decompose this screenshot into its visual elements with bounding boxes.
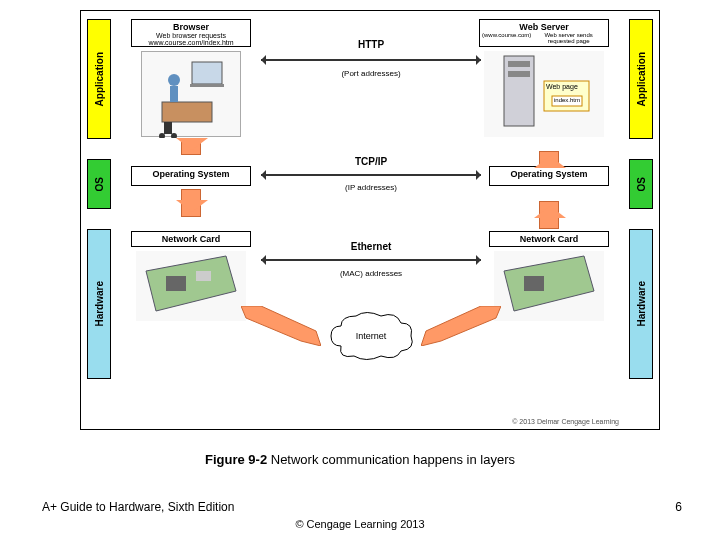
arrow-os-to-nic — [181, 189, 201, 217]
indexfile-label: index.htm — [554, 97, 580, 103]
arrow-os-to-webserver — [539, 151, 559, 165]
browser-subtext: Web browser requests www.course.com/inde… — [134, 32, 248, 46]
svg-rect-2 — [162, 102, 212, 122]
svg-point-3 — [168, 74, 180, 86]
figure-text: Network communication happens in layers — [267, 452, 515, 467]
server-os-title: Operating System — [492, 169, 606, 179]
http-label: HTTP — [321, 39, 421, 50]
tcpip-arrow — [261, 174, 481, 176]
server-nic-title: Network Card — [492, 234, 606, 244]
svg-rect-12 — [508, 61, 530, 67]
diagram-copyright: © 2013 Delmar Cengage Learning — [512, 418, 619, 425]
layer-label-os-right: OS — [629, 159, 653, 209]
copyright-footer: © Cengage Learning 2013 — [0, 518, 720, 530]
svg-rect-17 — [524, 276, 544, 291]
ethernet-arrow — [261, 259, 481, 261]
svg-rect-0 — [192, 62, 222, 84]
tcpip-label: TCP/IP — [321, 156, 421, 167]
client-nic-box: Network Card — [131, 231, 251, 247]
server-nic-illustration — [494, 251, 604, 321]
layer-label-hardware-right: Hardware — [629, 229, 653, 379]
arrow-internet-to-server — [421, 306, 501, 346]
layer-label-application-left: Application — [87, 19, 111, 139]
client-nic-illustration — [136, 251, 246, 321]
browser-title: Browser — [134, 22, 248, 32]
arrow-client-to-internet — [241, 306, 321, 346]
webserver-box: Web Server (www.course.com) Web server s… — [479, 19, 609, 47]
figure-number: Figure 9-2 — [205, 452, 267, 467]
client-nic-title: Network Card — [134, 234, 248, 244]
server-os-box: Operating System — [489, 166, 609, 186]
http-sub: (Port addresses) — [321, 69, 421, 78]
browser-illustration — [141, 51, 241, 137]
svg-rect-9 — [166, 276, 186, 291]
webserver-illustration: Web page index.htm — [484, 51, 604, 137]
internet-label: Internet — [326, 331, 416, 341]
svg-marker-19 — [421, 306, 501, 346]
svg-rect-4 — [170, 86, 178, 102]
server-nic-box: Network Card — [489, 231, 609, 247]
tcpip-sub: (IP addresses) — [321, 183, 421, 192]
svg-rect-1 — [190, 84, 224, 87]
ethernet-label: Ethernet — [321, 241, 421, 252]
arrow-browser-to-os — [181, 139, 201, 155]
client-os-box: Operating System — [131, 166, 251, 186]
layer-label-hardware-left: Hardware — [87, 229, 111, 379]
svg-marker-18 — [241, 306, 321, 346]
network-layers-diagram: Application OS Hardware Application OS H… — [80, 10, 660, 430]
webserver-subtext: Web server sends requested page — [531, 32, 606, 44]
ethernet-sub: (MAC) addresses — [321, 269, 421, 278]
internet-cloud: Internet — [326, 311, 416, 366]
browser-box: Browser Web browser requests www.course.… — [131, 19, 251, 47]
book-title: A+ Guide to Hardware, Sixth Edition — [42, 500, 234, 514]
page-number: 6 — [675, 500, 682, 514]
svg-marker-16 — [504, 256, 594, 311]
layer-label-application-right: Application — [629, 19, 653, 139]
svg-rect-5 — [164, 122, 172, 134]
arrow-nic-to-os — [539, 201, 559, 229]
webserver-url: (www.course.com) — [482, 32, 531, 44]
client-os-title: Operating System — [134, 169, 248, 179]
webpage-label: Web page — [546, 83, 578, 90]
layer-label-os-left: OS — [87, 159, 111, 209]
svg-rect-10 — [196, 271, 211, 281]
webserver-title: Web Server — [482, 22, 606, 32]
figure-caption: Figure 9-2 Network communication happens… — [0, 452, 720, 467]
svg-marker-8 — [146, 256, 236, 311]
http-arrow — [261, 59, 481, 61]
svg-rect-13 — [508, 71, 530, 77]
